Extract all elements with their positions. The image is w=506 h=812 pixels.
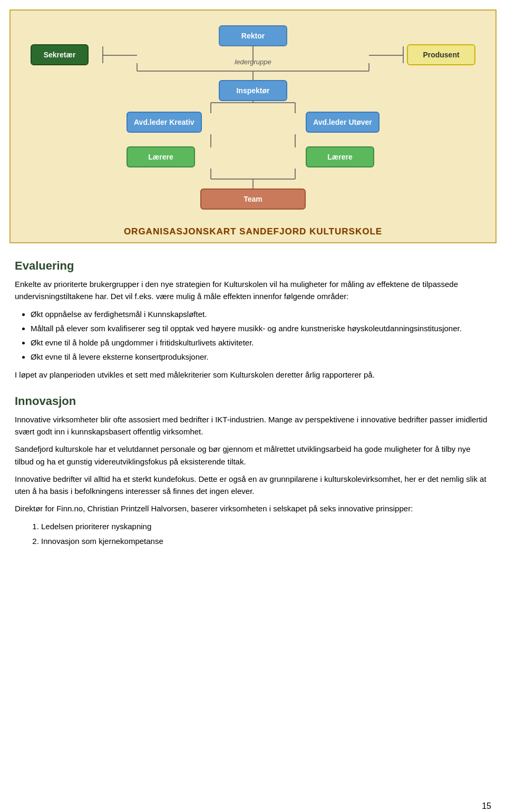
- evaluering-bullets: Økt oppnåelse av ferdighetsmål i Kunnska…: [31, 308, 491, 363]
- sekretaer-box: Sekretær: [31, 44, 89, 65]
- evaluering-intro: Enkelte av prioriterte brukergrupper i d…: [15, 278, 491, 303]
- laerere2-box: Lærere: [306, 146, 374, 167]
- innovasjon-list: Ledelsen prioriterer nyskapning Innovasj…: [41, 520, 491, 548]
- laerere1-box: Lærere: [126, 146, 195, 167]
- evaluering-closing: I løpet av planperioden utvikles et sett…: [15, 369, 491, 381]
- ledergruppe-label: ledergruppe: [235, 57, 271, 66]
- inspektor-box: Inspektør: [219, 80, 287, 101]
- page-number: 15: [482, 801, 491, 811]
- innovasjon-p1: Innovative virksomheter blir ofte assosi…: [15, 413, 491, 438]
- rektor-box: Rektor: [219, 25, 287, 46]
- innovasjon-title: Innovasjon: [15, 394, 491, 408]
- org-chart-container: Rektor ledergruppe Sekretær Produsent: [21, 21, 485, 221]
- team-box: Team: [200, 189, 306, 210]
- innovasjon-p4: Direktør for Finn.no, Christian Printzel…: [15, 502, 491, 514]
- avd-kreativ-box: Avd.leder Kreativ: [126, 112, 202, 133]
- bullet-3: Økt evne til å holde på ungdommer i frit…: [31, 336, 491, 349]
- list-item-2: Innovasjon som kjernekompetanse: [41, 535, 491, 548]
- evaluering-title: Evaluering: [15, 259, 491, 273]
- bullet-2: Måltall på elever som kvalifiserer seg t…: [31, 322, 491, 334]
- innovasjon-p3: Innovative bedrifter vil alltid ha et st…: [15, 473, 491, 498]
- content-section: Evaluering Enkelte av prioriterte bruker…: [0, 243, 506, 563]
- org-chart-section: Rektor ledergruppe Sekretær Produsent: [9, 9, 497, 243]
- produsent-box: Produsent: [407, 44, 475, 65]
- org-chart-title: ORGANISASJONSKART SANDEFJORD KULTURSKOLE: [21, 226, 485, 237]
- avd-utover-box: Avd.leder Utøver: [306, 112, 380, 133]
- page-wrapper: Rektor ledergruppe Sekretær Produsent: [0, 9, 506, 812]
- innovasjon-p2: Sandefjord kulturskole har et velutdanne…: [15, 443, 491, 468]
- bullet-1: Økt oppnåelse av ferdighetsmål i Kunnska…: [31, 308, 491, 320]
- list-item-1: Ledelsen prioriterer nyskapning: [41, 520, 491, 533]
- bullet-4: Økt evne til å levere eksterne konsertpr…: [31, 351, 491, 363]
